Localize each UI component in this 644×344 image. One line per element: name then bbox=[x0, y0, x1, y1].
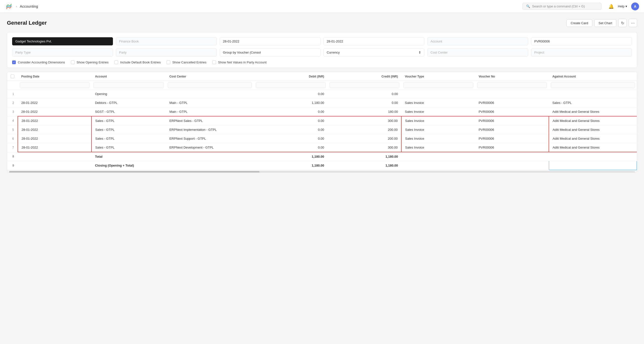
show-cancelled-check-icon bbox=[166, 60, 170, 64]
cell-cost-center: ERPNext Implementation - GTPL bbox=[166, 125, 254, 134]
cell-voucher-type: Sales Invoice bbox=[401, 134, 475, 143]
currency-arrow-icon: ⇕ bbox=[418, 51, 421, 54]
cell-credit: 0.00 bbox=[328, 98, 401, 107]
cell-credit: 200.00 bbox=[328, 125, 401, 134]
table-row[interactable]: 728-01-2022Sales - GTPLERPNext Developme… bbox=[7, 143, 637, 152]
page-wrapper: General Ledger Create Card Set Chart ↻ ⋯… bbox=[0, 13, 644, 179]
cell-voucher-type: Sales Invoice bbox=[401, 125, 475, 134]
app-name[interactable]: Accounting bbox=[20, 4, 38, 8]
help-link[interactable]: Help ▾ bbox=[618, 4, 627, 8]
from-date-field[interactable]: 28-01-2022 bbox=[220, 37, 320, 45]
cell-cost-center: ERPNext Development - GTPL bbox=[166, 143, 254, 152]
more-options-button[interactable]: ⋯ bbox=[629, 19, 637, 27]
table-row[interactable]: 1Opening0.000.00 bbox=[7, 90, 637, 98]
cell-against-account: Sales - GTPL bbox=[549, 98, 636, 107]
col-header-debit: Debit (INR) bbox=[254, 72, 328, 81]
show-net-values-checkbox[interactable]: Show Net Values in Party Account bbox=[212, 60, 266, 64]
filter-card: Gadget Technologies Pvt. Finance Book 28… bbox=[7, 32, 637, 68]
row-number: 8 bbox=[7, 152, 18, 161]
cell-date bbox=[18, 90, 92, 98]
cell-debit: 0.00 bbox=[254, 134, 328, 143]
party-type-field[interactable]: Party Type bbox=[12, 48, 113, 56]
filter-voucher-no[interactable] bbox=[477, 82, 547, 88]
group-by-field[interactable]: Group by Voucher (Consol bbox=[220, 48, 320, 56]
col-header-voucher-type: Voucher Type bbox=[401, 72, 475, 81]
filter-row-2: Party Type Party Group by Voucher (Conso… bbox=[12, 48, 632, 56]
show-opening-checkbox[interactable]: Show Opening Entries bbox=[71, 60, 108, 64]
cell-account: Sales - GTPL bbox=[92, 134, 166, 143]
filter-voucher-type[interactable] bbox=[403, 82, 473, 88]
cost-center-field[interactable]: Cost Center bbox=[427, 48, 528, 56]
cell-account: Sales - GTPL bbox=[92, 116, 166, 125]
table-row[interactable]: 428-01-2022Sales - GTPLERPNext Sales - G… bbox=[7, 116, 637, 125]
cell-voucher-type: Sales Invoice bbox=[401, 143, 475, 152]
set-chart-button[interactable]: Set Chart bbox=[594, 19, 616, 27]
account-field[interactable]: Account bbox=[427, 37, 528, 45]
col-header-cost-center: Cost Center bbox=[166, 72, 254, 81]
project-field[interactable]: Project bbox=[531, 48, 632, 56]
cell-voucher-no: PVR00006 bbox=[475, 116, 549, 125]
select-all-checkbox[interactable] bbox=[11, 75, 14, 78]
company-field[interactable]: Gadget Technologies Pvt. bbox=[12, 37, 113, 45]
page-title: General Ledger bbox=[7, 20, 47, 26]
scrollbar-thumb[interactable] bbox=[9, 171, 260, 173]
show-cancelled-checkbox[interactable]: Show Cancelled Entries bbox=[166, 60, 206, 64]
cell-voucher-no: PVR00006 bbox=[475, 98, 549, 107]
to-date-field[interactable]: 28-01-2022 bbox=[324, 37, 424, 45]
cell-date bbox=[18, 152, 92, 161]
cell-cost-center: ERPNext Support - GTPL bbox=[166, 134, 254, 143]
consider-accounting-checkbox[interactable]: ✓ Consider Accounting Dimensions bbox=[12, 60, 65, 64]
user-avatar[interactable]: A bbox=[631, 2, 639, 10]
row-number: 1 bbox=[7, 90, 18, 98]
cell-voucher-no bbox=[475, 90, 549, 98]
table-row[interactable]: 9Closing (Opening + Total)1,180.001,180.… bbox=[7, 161, 637, 170]
cell-account: Closing (Opening + Total) bbox=[92, 161, 166, 170]
cell-date bbox=[18, 161, 92, 170]
row-number: 7 bbox=[7, 143, 18, 152]
filter-cost-center[interactable] bbox=[168, 82, 252, 88]
col-header-account: Account bbox=[92, 72, 166, 81]
filter-row-1: Gadget Technologies Pvt. Finance Book 28… bbox=[12, 37, 632, 45]
show-opening-check-icon bbox=[71, 60, 75, 64]
party-field[interactable]: Party bbox=[116, 48, 217, 56]
cell-against-account: Aditi Medical and General Stores bbox=[549, 116, 636, 125]
table-row[interactable]: 528-01-2022Sales - GTPLERPNext Implement… bbox=[7, 125, 637, 134]
cell-credit: 300.00 bbox=[328, 143, 401, 152]
voucher-no-field[interactable]: PVR00006 bbox=[531, 37, 632, 45]
create-card-button[interactable]: Create Card bbox=[566, 19, 592, 27]
cell-cost-center bbox=[166, 152, 254, 161]
col-header-checkbox bbox=[7, 72, 18, 81]
show-net-values-check-icon bbox=[212, 60, 216, 64]
row-number: 3 bbox=[7, 107, 18, 117]
include-default-checkbox[interactable]: Include Default Book Entries bbox=[114, 60, 161, 64]
search-bar[interactable]: 🔍 Search or type a command (Ctrl + G) bbox=[522, 3, 602, 10]
cell-debit: 0.00 bbox=[254, 90, 328, 98]
filter-against-account[interactable] bbox=[551, 82, 634, 88]
table-row[interactable]: 228-01-2022Debtors - GTPLMain - GTPL1,18… bbox=[7, 98, 637, 107]
table-scroll[interactable]: Posting Date Account Cost Center Debit (… bbox=[7, 72, 637, 170]
checkbox-row: ✓ Consider Accounting Dimensions Show Op… bbox=[12, 59, 632, 64]
cell-credit: 180.00 bbox=[328, 107, 401, 117]
table-row[interactable]: 628-01-2022Sales - GTPLERPNext Support -… bbox=[7, 134, 637, 143]
row-number: 6 bbox=[7, 134, 18, 143]
currency-field[interactable]: Currency ⇕ bbox=[324, 48, 424, 56]
cell-debit: 0.00 bbox=[254, 143, 328, 152]
cell-voucher-type bbox=[401, 161, 475, 170]
horizontal-scrollbar[interactable] bbox=[7, 170, 637, 172]
filter-debit[interactable] bbox=[256, 82, 326, 88]
refresh-button[interactable]: ↻ bbox=[618, 19, 627, 27]
finance-book-field[interactable]: Finance Book bbox=[116, 37, 217, 45]
table-row[interactable]: 328-01-2022SGST - GTPLMain - GTPL0.00180… bbox=[7, 107, 637, 117]
cell-account: Sales - GTPL bbox=[92, 143, 166, 152]
filter-credit[interactable] bbox=[330, 82, 399, 88]
filter-account[interactable] bbox=[94, 82, 164, 88]
cell-account: Opening bbox=[92, 90, 166, 98]
cell-cost-center bbox=[166, 90, 254, 98]
cell-date: 28-01-2022 bbox=[18, 98, 92, 107]
consider-accounting-check-icon: ✓ bbox=[12, 60, 16, 64]
table-row[interactable]: 8Total1,180.001,180.00 bbox=[7, 152, 637, 161]
cell-date: 28-01-2022 bbox=[18, 134, 92, 143]
filter-posting-date[interactable] bbox=[20, 82, 90, 88]
notification-bell-icon[interactable]: 🔔 bbox=[608, 4, 614, 9]
breadcrumb-chevron: › bbox=[16, 5, 17, 8]
